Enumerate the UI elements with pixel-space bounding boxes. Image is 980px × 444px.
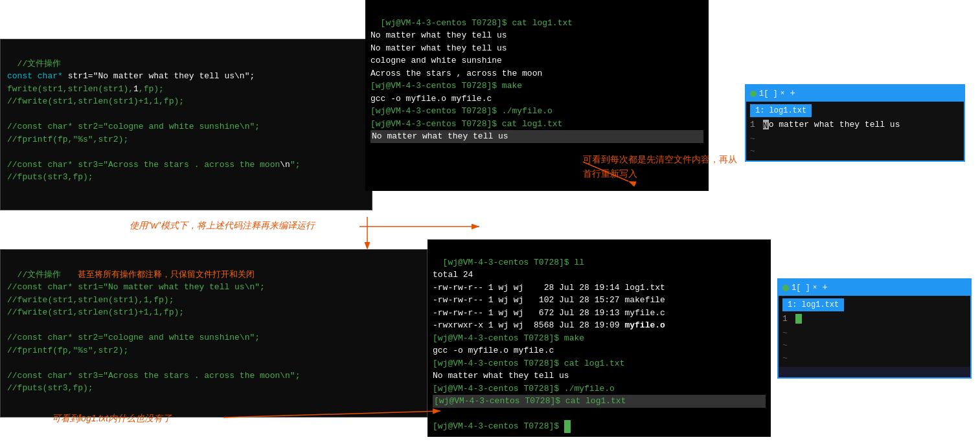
- terminal-line-9: [wj@VM-4-3-centos T0728]$ cat log1.txt: [370, 119, 562, 129]
- vim-body-top: 1: log1.txt 1 No matter what they tell u…: [746, 102, 964, 161]
- bottom-code-line-4: //fwrite(str1,strlen(str1)+1,1,fp);: [7, 307, 184, 317]
- vim-tilde-3-bottom: ~: [782, 352, 966, 365]
- bottom-code-line-3: //fwrite(str1,strlen(str1),1,fp);: [7, 295, 174, 305]
- terminal-line-5: Across the stars , across the moon: [370, 69, 542, 78]
- bottom-code-line-2: //const char* str1="No matter what they …: [7, 282, 265, 292]
- code-line-3: fwrite(str1,strlen(str1),1,fp);: [7, 84, 164, 94]
- vim-cursor-top: N: [763, 120, 769, 129]
- vim-tilde-1-bottom: ~: [782, 327, 966, 340]
- vim-line-1-bottom: 1: [782, 311, 966, 327]
- terminal-line-3: No matter what they tell us: [370, 43, 507, 53]
- vim-close-bottom[interactable]: ×: [813, 282, 817, 293]
- vim-plus-top[interactable]: +: [790, 87, 795, 100]
- vim-tab-label-top: 1: log1.txt: [750, 104, 812, 117]
- arrow-top-annotation: [363, 214, 372, 252]
- terminal-line-7: gcc -o myfile.o myfile.c: [370, 94, 492, 104]
- svg-line-1: [583, 162, 628, 181]
- bt-line-1: [wj@VM-4-3-centos T0728]$ ll: [443, 258, 584, 267]
- bt-line-9: [wj@VM-4-3-centos T0728]$ cat log1.txt: [433, 359, 624, 368]
- vim-line-1-top: 1 No matter what they tell us: [750, 117, 960, 133]
- vim-body-bottom: 1: log1.txt 1 ~ ~ ~: [779, 296, 970, 367]
- bt-line-4: -rw-rw-r-- 1 wj wj 102 Jul 28 15:27 make…: [433, 295, 665, 305]
- vim-titlebar-top: 1[ ] × +: [746, 85, 964, 102]
- code-line-1: //文件操作: [17, 59, 62, 69]
- vim-tilde-2-top: ~: [750, 145, 960, 158]
- bottom-code-line-1: //文件操作: [17, 270, 62, 280]
- terminal-line-10: No matter what they tell us: [370, 130, 703, 143]
- vim-title-bottom: 1[ ]: [792, 282, 810, 294]
- arrow-top-center: [356, 220, 486, 233]
- vim-tab-label-bottom: 1: log1.txt: [782, 298, 844, 311]
- code-line-5: //const char* str2="cologne and white su…: [7, 122, 260, 131]
- bottom-code-line-6: //fprintf(fp,"%s",str2);: [7, 346, 128, 355]
- bt-line-8: gcc -o myfile.o myfile.c: [433, 346, 554, 355]
- vim-dot-bottom: [782, 285, 789, 291]
- vim-tab-top: 1: log1.txt: [750, 104, 960, 117]
- top-code-panel: //文件操作 const char* str1="No matter what …: [0, 39, 372, 210]
- bt-line-7: [wj@VM-4-3-centos T0728]$ make: [433, 333, 584, 343]
- bt-line-3: -rw-rw-r-- 1 wj wj 28 Jul 28 19:14 log1.…: [433, 283, 665, 293]
- vim-dot-top: [750, 91, 757, 97]
- bt-line-6: -rwxrwxr-x 1 wj wj 8568 Jul 28 19:09 myf…: [433, 320, 665, 330]
- bottom-code-panel: //文件操作 甚至将所有操作都注释，只保留文件打开和关闭 //const cha…: [0, 249, 427, 417]
- bt-line-10: No matter what they tell us: [433, 371, 569, 381]
- top-vim-panel: 1[ ] × + 1: log1.txt 1 No matter what th…: [745, 84, 965, 162]
- bottom-code-line-8: //fputs(str3,fp);: [7, 383, 93, 393]
- code-line-6: //fprintf(fp,"%s",str2);: [7, 135, 128, 144]
- annotation-bottom-left: 可看到log1.txt内什么也没有了: [52, 413, 172, 425]
- bottom-terminal: [wj@VM-4-3-centos T0728]$ ll total 24 -r…: [427, 239, 771, 437]
- vim-tilde-1-top: ~: [750, 133, 960, 146]
- vim-plus-bottom[interactable]: +: [822, 281, 827, 294]
- bottom-code-line-5: //const char* str2="cologne and white su…: [7, 333, 260, 342]
- bt-line-13: [wj@VM-4-3-centos T0728]$: [433, 421, 571, 431]
- vim-tab-bottom: 1: log1.txt: [782, 298, 966, 311]
- terminal-line-4: cologne and white sunshine: [370, 56, 502, 65]
- svg-line-5: [223, 411, 440, 417]
- vim-titlebar-bottom: 1[ ] × +: [779, 280, 970, 296]
- code-line-4: //fwrite(str1,strlen(str1)+1,1,fp);: [7, 96, 184, 106]
- vim-tilde-2-bottom: ~: [782, 339, 966, 352]
- bottom-vim-panel: 1[ ] × + 1: log1.txt 1 ~ ~ ~: [777, 278, 972, 379]
- bt-line-5: -rw-rw-r-- 1 wj wj 672 Jul 28 19:13 myfi…: [433, 308, 665, 318]
- terminal-line-6: [wj@VM-4-3-centos T0728]$ make: [370, 81, 522, 91]
- arrow-top-right: [564, 155, 641, 188]
- vim-close-top[interactable]: ×: [781, 88, 785, 99]
- bottom-code-line-7: //const char* str3="Across the stars . a…: [7, 371, 300, 381]
- annotation-top-center: 使用"w"模式下，将上述代码注释再来编译运行: [130, 220, 315, 232]
- terminal-line-8: [wj@VM-4-3-centos T0728]$ ./myfile.o: [370, 106, 553, 116]
- code-line-2: const char* str1="No matter what they te…: [7, 71, 255, 81]
- code-line-7: //const char* str3="Across the stars . a…: [7, 160, 301, 170]
- bt-line-2: total 24: [433, 270, 473, 280]
- bt-line-11: [wj@VM-4-3-centos T0728]$ ./myfile.o: [433, 384, 615, 394]
- code-line-8: //fputs(str3,fp);: [7, 172, 93, 182]
- vim-cursor-bottom: [795, 314, 802, 324]
- vim-title-top: 1[ ]: [759, 88, 778, 100]
- terminal-line-1: [wj@VM-4-3-centos T0728]$ cat log1.txt: [381, 18, 573, 28]
- arrow-bottom: [220, 401, 447, 434]
- bt-line-12: [wj@VM-4-3-centos T0728]$ cat log1.txt: [433, 395, 766, 408]
- terminal-line-2: No matter what they tell us: [370, 30, 507, 40]
